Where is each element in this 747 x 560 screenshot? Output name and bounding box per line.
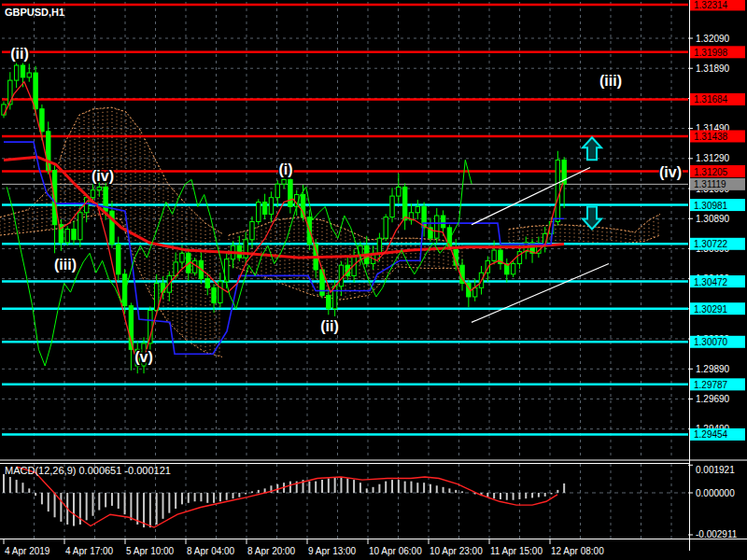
candle-body: [282, 179, 286, 184]
candle-body: [441, 216, 444, 228]
resistance-price-tag: 1.31438: [694, 132, 728, 142]
time-label: 4 Apr 17:00: [65, 546, 114, 556]
candle-body: [180, 253, 184, 262]
trendline[interactable]: [472, 167, 590, 224]
candle-body: [34, 73, 37, 109]
support-price-tag: 1.30291: [694, 304, 728, 315]
candle-body: [275, 184, 279, 197]
candle-body: [435, 216, 439, 238]
candle-body: [27, 73, 31, 77]
wave-label[interactable]: (iv): [659, 164, 682, 180]
candle-body: [377, 238, 381, 253]
candle-body: [78, 213, 82, 240]
candle-body: [289, 179, 292, 206]
support-price-tag: 1.30981: [694, 201, 728, 211]
macd-scale-label: 0.001921: [696, 465, 735, 475]
candle-body: [14, 65, 18, 80]
candle-body: [97, 187, 101, 189]
candle-body: [47, 132, 50, 171]
candle-body: [21, 65, 24, 77]
candle-body: [2, 105, 6, 115]
price-tick-label: 1.32090: [696, 34, 730, 44]
signal-arrows[interactable]: [583, 137, 601, 229]
candles: [2, 62, 567, 373]
candle-body: [212, 287, 216, 302]
candle-body: [269, 198, 273, 215]
candle-body: [327, 295, 331, 308]
indicator-lines: [4, 82, 564, 366]
candle-body: [390, 196, 394, 217]
candle-body: [91, 190, 94, 198]
time-label: 9 Apr 13:00: [308, 546, 357, 556]
time-label: 10 Apr 23:00: [430, 546, 483, 556]
candle-body: [511, 264, 514, 274]
price-tick-label: 1.30890: [696, 214, 730, 224]
time-label: 5 Apr 10:00: [126, 546, 175, 556]
time-label: 8 Apr 20:00: [247, 546, 296, 556]
candle-body: [65, 230, 69, 243]
wave-label[interactable]: (i): [278, 161, 292, 177]
grid: [2, 2, 688, 539]
resistance-price-tag: 1.31998: [694, 48, 728, 58]
candle-body: [402, 187, 406, 219]
candle-body: [40, 109, 44, 132]
time-label: 11 Apr 15:00: [490, 546, 543, 556]
candle-body: [257, 203, 261, 222]
wave-label[interactable]: (ii): [320, 318, 339, 334]
time-label: 12 Apr 08:00: [551, 546, 604, 556]
senkou-span-a: [509, 214, 660, 231]
trendline[interactable]: [472, 264, 609, 323]
current-price-tag: 1.31119: [694, 179, 726, 189]
symbol-title: GBPUSD,H1: [5, 7, 64, 18]
candle-body: [192, 260, 196, 273]
price-tick-label: 1.31290: [696, 153, 730, 163]
price-tick-label: 1.29890: [696, 364, 730, 374]
wave-label[interactable]: (iii): [599, 73, 622, 89]
candle-body: [397, 187, 401, 196]
support-price-tag: 1.30070: [694, 337, 728, 347]
candle-body: [492, 250, 496, 260]
up-arrow-icon[interactable]: [583, 137, 601, 160]
candle-body: [205, 279, 209, 288]
support-price-tag: 1.30472: [694, 277, 728, 287]
time-label: 8 Apr 04:00: [187, 546, 235, 556]
candle-body: [384, 217, 388, 239]
wave-label[interactable]: (ii): [10, 46, 29, 62]
candle-body: [84, 198, 88, 213]
candle-body: [416, 206, 419, 212]
candle-body: [218, 282, 222, 303]
mt4-chart-window: (ii)(iv)(iii)(v)(i)(ii)(iii)(iv) 1.32090…: [0, 0, 747, 560]
candle-body: [72, 230, 76, 240]
wave-label[interactable]: (iv): [92, 168, 114, 184]
macd-indicator-label: MACD(12,26,9) 0.000651 -0.000121: [5, 465, 171, 476]
candle-body: [262, 203, 266, 215]
candle-body: [332, 287, 336, 309]
support-price-tag: 1.29787: [694, 380, 728, 390]
support-price-tag: 1.30722: [694, 239, 728, 249]
wave-label[interactable]: (v): [134, 349, 153, 365]
candle-body: [250, 221, 254, 239]
candle-body: [122, 274, 126, 306]
resistance-price-tag: 1.31684: [694, 94, 728, 105]
candle-body: [117, 245, 120, 274]
candle-body: [556, 160, 559, 221]
wave-label[interactable]: (iii): [54, 257, 77, 273]
macd-scale-label: 0.000000: [696, 488, 735, 498]
down-arrow-icon[interactable]: [583, 207, 601, 230]
candle-body: [339, 265, 343, 287]
candle-body: [244, 240, 247, 258]
support-price-tag: 1.29454: [694, 429, 728, 440]
resistance-price-tag: 1.32314: [694, 0, 728, 10]
resistance-price-tag: 1.31205: [694, 167, 728, 177]
macd-scale-label: -0.002911: [696, 529, 738, 539]
time-label: 10 Apr 06:00: [369, 546, 422, 556]
price-tick-label: 1.29690: [696, 394, 730, 404]
price-tick-label: 1.31890: [696, 63, 730, 74]
time-label: 4 Apr 2019: [5, 546, 50, 556]
price-chart[interactable]: (ii)(iv)(iii)(v)(i)(ii)(iii)(iv) 1.32090…: [0, 0, 747, 560]
